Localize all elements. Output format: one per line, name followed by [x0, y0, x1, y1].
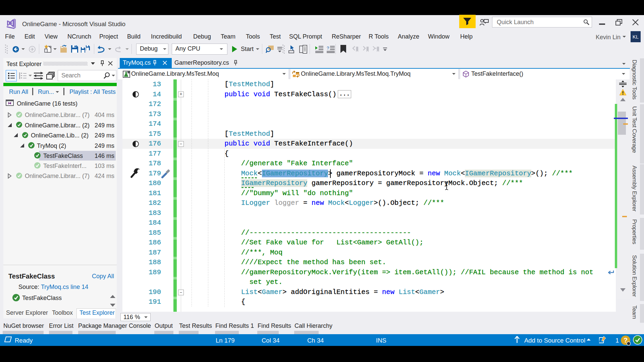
svg-text:?: ? [327, 46, 329, 51]
